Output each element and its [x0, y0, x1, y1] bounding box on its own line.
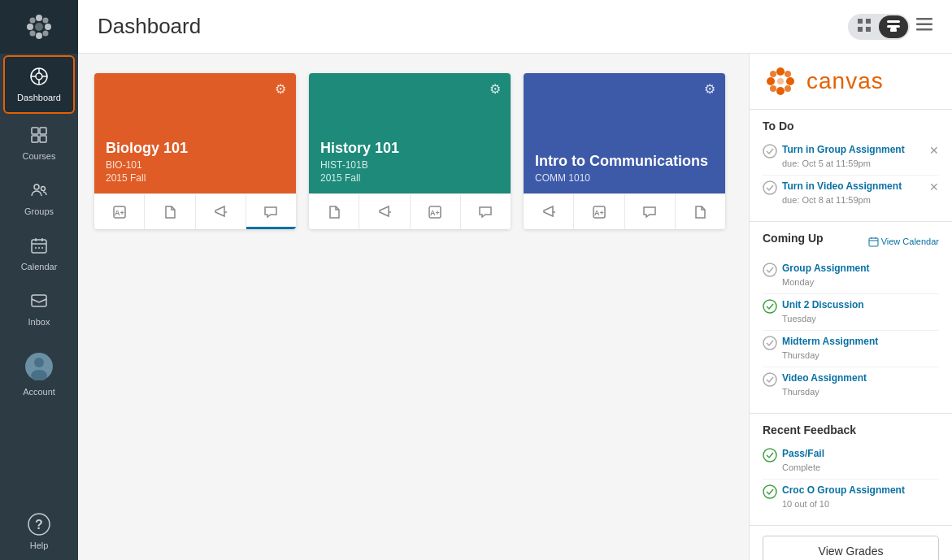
card-announcements-btn-comm1010[interactable]: [524, 194, 574, 229]
todo-check-icon-1: [763, 144, 777, 158]
sidebar-item-inbox[interactable]: Inbox: [0, 281, 78, 336]
card-announcements-btn-hist101[interactable]: [359, 194, 410, 229]
coming-up-item-1-when: Monday: [782, 277, 814, 287]
card-grades-btn-comm1010[interactable]: A+: [574, 194, 624, 229]
svg-point-25: [35, 247, 37, 249]
course-card-comm1010[interactable]: ⚙ Intro to Communications COMM 1010 A+: [524, 73, 725, 229]
sidebar-logo: [0, 0, 78, 54]
todo-item-1-close[interactable]: ✕: [929, 144, 939, 157]
grid-view-button[interactable]: [850, 15, 879, 38]
svg-point-19: [34, 184, 39, 189]
menu-icon[interactable]: [916, 18, 932, 35]
coming-up-item-3-link[interactable]: Midterm Assignment: [782, 336, 939, 347]
feedback-check-1: [763, 448, 777, 462]
card-discussions-btn-bio101[interactable]: [246, 194, 296, 229]
sidebar-item-dashboard[interactable]: Dashboard: [3, 55, 75, 114]
svg-point-61: [777, 78, 784, 85]
sidebar-item-groups[interactable]: Groups: [0, 171, 78, 226]
feedback-item-2-detail: 10 out of 10: [782, 499, 829, 509]
coming-up-section: Coming Up View Calendar: [750, 222, 952, 414]
svg-rect-41: [916, 18, 932, 20]
coming-up-check-2: [763, 299, 777, 314]
svg-text:A+: A+: [115, 209, 124, 217]
todo-item-2-link[interactable]: Turn in Video Assignment: [782, 180, 924, 192]
main-content: Dashboard: [78, 0, 952, 560]
sidebar-item-calendar[interactable]: Calendar: [0, 226, 78, 281]
view-grades-button[interactable]: View Grades: [763, 536, 939, 560]
svg-point-27: [41, 247, 43, 249]
coming-up-item-4-link[interactable]: Video Assignment: [782, 372, 939, 384]
view-toggle[interactable]: [848, 14, 910, 40]
todo-title: To Do: [763, 119, 939, 132]
svg-point-1: [36, 15, 42, 21]
card-term-bio101: 2015 Fall: [106, 172, 285, 184]
todo-item-1-link[interactable]: Turn in Group Assignment: [782, 144, 924, 155]
sidebar: Dashboard Courses Groups: [0, 0, 78, 560]
card-gear-hist101[interactable]: ⚙: [489, 81, 501, 97]
calendar-small-icon: [868, 237, 879, 247]
todo-item-1-due: due: Oct 5 at 11:59pm: [782, 158, 871, 168]
card-grades-btn-hist101[interactable]: A+: [411, 194, 461, 229]
card-footer-bio101: A+: [94, 193, 296, 229]
card-files-btn-comm1010[interactable]: [676, 194, 725, 229]
sidebar-item-dashboard-label: Dashboard: [17, 93, 61, 102]
card-discussions-btn-hist101[interactable]: [461, 194, 511, 229]
page-header: Dashboard: [78, 0, 952, 54]
svg-point-7: [30, 31, 36, 37]
feedback-item-2-link[interactable]: Croc O Group Assignment: [782, 484, 939, 496]
svg-rect-17: [32, 136, 38, 142]
svg-point-2: [36, 33, 42, 39]
todo-item-2-close[interactable]: ✕: [929, 180, 939, 193]
svg-point-3: [27, 24, 33, 30]
svg-point-8: [43, 31, 49, 37]
view-calendar-label: View Calendar: [881, 237, 939, 246]
sidebar-item-courses[interactable]: Courses: [0, 115, 78, 171]
card-grades-btn-bio101[interactable]: A+: [94, 194, 145, 229]
sidebar-help-label: Help: [30, 540, 49, 550]
todo-item-1-content: Turn in Group Assignment due: Oct 5 at 1…: [782, 144, 924, 170]
svg-point-6: [43, 18, 49, 24]
svg-rect-34: [858, 19, 863, 24]
feedback-check-2: [763, 484, 777, 499]
svg-text:A+: A+: [594, 209, 604, 217]
todo-section: To Do Turn in Group Assignment due: Oct …: [750, 110, 952, 222]
svg-point-56: [786, 77, 794, 85]
coming-up-check-1: [763, 263, 777, 277]
course-card-bio101[interactable]: ⚙ Biology 101 BIO-101 2015 Fall A+: [94, 73, 296, 229]
svg-point-5: [30, 18, 36, 24]
card-files-btn-bio101[interactable]: [145, 194, 195, 229]
svg-rect-21: [32, 240, 46, 253]
card-files-btn-hist101[interactable]: [309, 194, 359, 229]
todo-item-1: Turn in Group Assignment due: Oct 5 at 1…: [763, 139, 939, 176]
courses-area: ⚙ Biology 101 BIO-101 2015 Fall A+: [78, 54, 749, 560]
list-view-button[interactable]: [879, 15, 908, 38]
card-header-comm1010: ⚙ Intro to Communications COMM 1010: [524, 73, 725, 193]
card-code-comm1010: COMM 1010: [535, 172, 714, 184]
sidebar-item-calendar-label: Calendar: [21, 262, 58, 271]
canvas-logo: [763, 63, 798, 99]
card-gear-bio101[interactable]: ⚙: [275, 81, 286, 97]
dashboard-icon: [29, 67, 49, 89]
card-announcements-btn-bio101[interactable]: [196, 194, 246, 229]
sidebar-item-account[interactable]: Account: [0, 343, 78, 406]
canvas-brand: canvas: [750, 54, 952, 110]
sidebar-item-groups-label: Groups: [24, 206, 54, 216]
svg-rect-35: [866, 19, 871, 24]
view-calendar-link[interactable]: View Calendar: [868, 237, 939, 247]
svg-point-72: [763, 449, 776, 462]
feedback-item-1-link[interactable]: Pass/Fail: [782, 448, 939, 459]
card-footer-hist101: A+: [309, 193, 511, 229]
coming-up-item-4: Video Assignment Thursday: [763, 367, 939, 403]
svg-point-10: [36, 73, 42, 80]
sidebar-item-help[interactable]: ? Help: [0, 503, 78, 560]
coming-up-check-3: [763, 336, 777, 350]
svg-point-4: [45, 24, 51, 30]
coming-up-item-1-link[interactable]: Group Assignment: [782, 263, 939, 274]
svg-point-54: [776, 87, 785, 95]
card-gear-comm1010[interactable]: ⚙: [704, 81, 715, 97]
course-card-hist101[interactable]: ⚙ History 101 HIST-101B 2015 Fall: [309, 73, 511, 229]
card-header-hist101: ⚙ History 101 HIST-101B 2015 Fall: [309, 73, 511, 193]
coming-up-item-2-link[interactable]: Unit 2 Discussion: [782, 299, 939, 310]
card-discussions-btn-comm1010[interactable]: [625, 194, 676, 229]
inbox-icon: [29, 291, 49, 314]
